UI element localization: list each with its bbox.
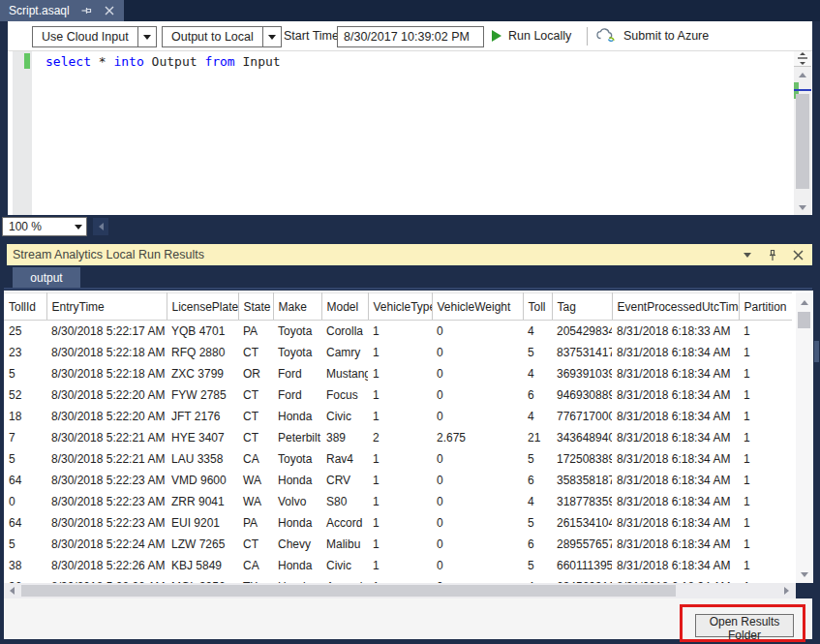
- table-cell: 4: [523, 491, 552, 512]
- zoom-level-dropdown[interactable]: 100 %: [2, 217, 87, 236]
- table-row[interactable]: 78/30/2018 5:22:21 AMHYE 3407CTPeterbilt…: [4, 427, 792, 448]
- table-row[interactable]: 238/30/2018 5:22:18 AMRFQ 2880CTToyotaCa…: [4, 342, 792, 363]
- table-cell: 837531417: [552, 342, 612, 363]
- scroll-up-icon[interactable]: [796, 295, 812, 309]
- column-header[interactable]: Partition: [739, 293, 792, 321]
- results-panel-header[interactable]: Stream Analytics Local Run Results: [7, 244, 812, 265]
- table-cell: 4: [523, 363, 552, 384]
- column-header[interactable]: Toll: [523, 293, 552, 321]
- table-cell: ZRR 9041: [167, 491, 238, 512]
- scroll-left-icon[interactable]: [4, 583, 19, 598]
- code-editor[interactable]: select * into Output from Input: [8, 50, 812, 215]
- table-row[interactable]: 08/30/2018 5:22:23 AMZRR 9041WAVolvoS801…: [4, 491, 792, 512]
- scrollbar-thumb[interactable]: [21, 585, 676, 597]
- table-cell: 0: [432, 406, 523, 427]
- column-header[interactable]: EventProcessedUtcTime: [612, 293, 739, 321]
- table-cell: CT: [238, 342, 273, 363]
- close-icon[interactable]: [791, 248, 805, 261]
- run-locally-button[interactable]: Run Locally: [492, 21, 571, 50]
- table-cell: 4: [523, 321, 552, 342]
- table-row[interactable]: 258/30/2018 5:22:17 AMYQB 4701PAToyotaCo…: [4, 321, 792, 342]
- tab-output[interactable]: output: [13, 267, 80, 288]
- table-row[interactable]: 58/30/2018 5:22:24 AMLZW 7265CTChevyMali…: [4, 534, 792, 555]
- start-time-input[interactable]: [337, 26, 484, 47]
- table-cell: 1: [739, 384, 792, 406]
- output-target-dropdown-label: Output to Local: [163, 27, 262, 46]
- scrollbar-thumb[interactable]: [798, 312, 810, 328]
- column-header[interactable]: Model: [321, 293, 368, 321]
- scroll-left-icon[interactable]: [93, 218, 108, 235]
- table-cell: 7: [4, 427, 46, 448]
- table-cell: 0: [432, 448, 523, 470]
- pin-icon[interactable]: [766, 248, 779, 261]
- tab-script-asaql[interactable]: Script.asaql: [0, 0, 124, 21]
- cloud-input-dropdown[interactable]: Use Cloud Input: [32, 26, 157, 47]
- table-cell: 23: [4, 342, 46, 363]
- code-token: into: [113, 54, 143, 69]
- table-cell: 8/31/2018 6:18:34 AM: [612, 555, 739, 576]
- table-row[interactable]: 58/30/2018 5:22:18 AMZXC 3799ORFordMusta…: [4, 363, 792, 384]
- table-cell: 36: [4, 576, 46, 584]
- table-cell: 205429834: [552, 321, 612, 342]
- table-cell: 8/30/2018 5:22:18 AM: [46, 363, 167, 384]
- table-cell: 8/30/2018 5:22:23 AM: [46, 512, 167, 534]
- table-cell: 1: [739, 321, 792, 342]
- submit-to-azure-button[interactable]: Submit to Azure: [595, 21, 709, 50]
- table-cell: 1: [739, 470, 792, 491]
- table-cell: 4: [523, 406, 552, 427]
- column-header[interactable]: VehicleWeight: [432, 293, 523, 321]
- chevron-down-icon[interactable]: [71, 225, 86, 230]
- scroll-right-icon[interactable]: [778, 583, 794, 598]
- column-header[interactable]: LicensePlate: [167, 293, 238, 321]
- chevron-down-icon[interactable]: [262, 27, 281, 46]
- table-row[interactable]: 58/30/2018 5:22:21 AMLAU 3358CAToyotaRav…: [4, 448, 792, 470]
- table-row[interactable]: 388/30/2018 5:22:26 AMKBJ 5849CAHondaCiv…: [4, 555, 792, 576]
- table-cell: 8/31/2018 6:18:34 AM: [612, 534, 739, 555]
- table-cell: CT: [238, 427, 273, 448]
- table-row[interactable]: 368/30/2018 5:22:26 AMMGL 3956TXHondaAcc…: [4, 576, 792, 584]
- table-row[interactable]: 188/30/2018 5:22:20 AMJFT 2176CTHondaCiv…: [4, 406, 792, 427]
- table-horizontal-scrollbar[interactable]: [4, 583, 796, 598]
- table-cell: TX: [238, 576, 273, 584]
- scroll-up-icon[interactable]: [794, 68, 811, 81]
- table-cell: VMD 9600: [167, 470, 238, 491]
- table-cell: Accord: [321, 512, 368, 534]
- pin-icon[interactable]: [79, 4, 93, 17]
- table-cell: EUI 9201: [167, 512, 238, 534]
- table-cell: YQB 4701: [167, 321, 238, 342]
- results-grid: TollIdEntryTimeLicensePlateStateMakeMode…: [4, 291, 813, 583]
- output-target-dropdown[interactable]: Output to Local: [162, 26, 282, 47]
- table-cell: 8/30/2018 5:22:24 AM: [46, 534, 167, 555]
- table-cell: 1: [368, 534, 432, 555]
- column-header[interactable]: Tag: [552, 293, 612, 321]
- window-menu-icon[interactable]: [741, 248, 754, 261]
- column-header[interactable]: VehicleType: [368, 293, 432, 321]
- chevron-down-icon[interactable]: [137, 27, 156, 46]
- table-cell: 1: [368, 512, 432, 534]
- table-cell: 343648940: [552, 427, 612, 448]
- table-cell: 38: [4, 555, 46, 576]
- table-cell: 8/30/2018 5:22:18 AM: [46, 342, 167, 363]
- scrollbar-thumb[interactable]: [796, 94, 809, 189]
- column-header[interactable]: TollId: [4, 293, 46, 321]
- table-cell: LZW 7265: [167, 534, 238, 555]
- editor-vertical-scrollbar[interactable]: [794, 51, 811, 216]
- splitter-handle-icon[interactable]: [794, 51, 811, 67]
- column-header[interactable]: State: [238, 293, 273, 321]
- editor-status-strip: 100 %: [0, 215, 820, 240]
- scroll-down-icon[interactable]: [796, 567, 812, 581]
- scroll-down-icon[interactable]: [794, 200, 811, 214]
- open-results-folder-button[interactable]: Open Results Folder: [695, 614, 794, 637]
- column-header[interactable]: EntryTime: [46, 293, 167, 321]
- table-cell: 25: [4, 321, 46, 342]
- table-row[interactable]: 648/30/2018 5:22:23 AMEUI 9201PAHondaAcc…: [4, 512, 792, 534]
- table-cell: 0: [432, 491, 523, 512]
- table-cell: 0: [432, 470, 523, 491]
- column-header[interactable]: Make: [273, 293, 321, 321]
- table-vertical-scrollbar[interactable]: [796, 292, 812, 583]
- code-line: select * into Output from Input: [46, 53, 281, 70]
- table-cell: WA: [238, 470, 273, 491]
- close-icon[interactable]: [103, 4, 116, 17]
- table-row[interactable]: 648/30/2018 5:22:23 AMVMD 9600WAHondaCRV…: [4, 470, 792, 491]
- table-row[interactable]: 528/30/2018 5:22:20 AMFYW 2785CTFordFocu…: [4, 384, 792, 406]
